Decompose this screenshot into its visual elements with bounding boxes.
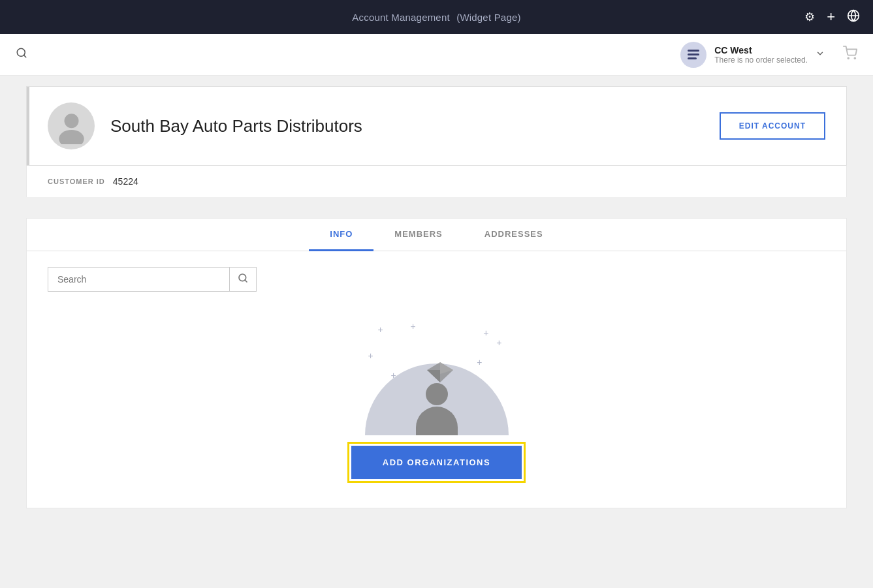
account-name: CC West: [714, 45, 808, 55]
search-bar-container: [48, 267, 257, 292]
secondary-nav: CC West There is no order selected.: [0, 34, 873, 76]
page-title-sub: (Widget Page): [456, 12, 520, 23]
avatar-lines-icon: [688, 50, 699, 59]
account-text: CC West There is no order selected.: [714, 45, 808, 65]
plus-icon[interactable]: +: [827, 8, 835, 25]
svg-line-9: [245, 280, 247, 282]
page-title: Account Management (Widget Page): [352, 12, 520, 23]
tab-section: INFO MEMBERS ADDRESSES: [26, 218, 847, 251]
star-decoration-4: +: [496, 337, 501, 348]
add-organizations-button[interactable]: ADD ORGANIZATIONS: [351, 446, 522, 479]
account-header-card: South Bay Auto Parts Distributors EDIT A…: [26, 86, 847, 165]
person-head: [426, 383, 448, 405]
svg-point-6: [64, 114, 78, 128]
customer-id-label: CUSTOMER ID: [48, 178, 105, 185]
svg-point-4: [848, 57, 849, 59]
account-subtitle: There is no order selected.: [714, 55, 808, 65]
top-nav: Account Management (Widget Page) ⚙ +: [0, 0, 873, 34]
page-title-main: Account Management: [352, 12, 450, 23]
account-avatar: [48, 102, 95, 149]
gear-icon[interactable]: ⚙: [804, 10, 815, 24]
top-nav-icons: ⚙ +: [804, 8, 860, 25]
person-body: [416, 407, 458, 435]
cart-icon[interactable]: [843, 46, 857, 63]
company-name: South Bay Auto Parts Distributors: [110, 116, 720, 136]
edit-account-button[interactable]: EDIT ACCOUNT: [720, 112, 825, 140]
avatar-circle: [680, 42, 706, 68]
svg-point-7: [59, 130, 84, 144]
star-decoration-3: +: [483, 328, 488, 338]
customer-id-value: 45224: [113, 176, 138, 187]
search-input[interactable]: [48, 268, 229, 291]
tab-info[interactable]: INFO: [309, 219, 373, 251]
left-accent-bar: [27, 87, 29, 165]
gem-icon: [424, 361, 450, 380]
search-button[interactable]: [229, 268, 256, 291]
star-decoration-1: +: [378, 324, 383, 335]
star-decoration-2: +: [411, 321, 416, 332]
chevron-down-icon[interactable]: [816, 49, 825, 60]
svg-line-3: [24, 55, 25, 57]
account-info: CC West There is no order selected.: [680, 42, 857, 68]
tab-members[interactable]: MEMBERS: [373, 219, 463, 251]
tab-bar: INFO MEMBERS ADDRESSES: [27, 219, 846, 251]
tab-content: + + + + + + +: [26, 251, 847, 508]
tab-addresses[interactable]: ADDRESSES: [464, 219, 564, 251]
customer-id-section: CUSTOMER ID 45224: [26, 165, 847, 197]
empty-state: + + + + + + +: [48, 292, 825, 492]
globe-icon[interactable]: [847, 9, 860, 25]
search-icon-nav[interactable]: [16, 47, 27, 62]
star-decoration-6: +: [477, 357, 482, 367]
svg-marker-12: [427, 370, 440, 382]
person-silhouette: [416, 361, 458, 435]
star-decoration-5: +: [368, 350, 373, 361]
illustration: + + + + + + +: [358, 318, 515, 435]
spacer: [26, 197, 847, 208]
svg-point-5: [854, 57, 855, 59]
